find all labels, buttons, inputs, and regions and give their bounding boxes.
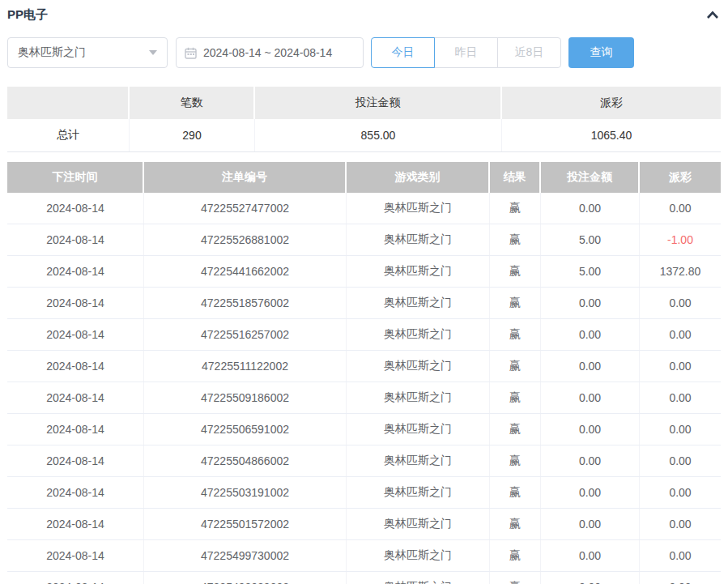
table-row: 2024-08-1447225441662002奥林匹斯之门赢5.001372.… xyxy=(7,256,721,288)
column-header: 派彩 xyxy=(640,162,721,193)
table-cell: 奥林匹斯之门 xyxy=(347,382,490,413)
table-cell: 0.00 xyxy=(541,445,640,476)
game-select-value: 奥林匹斯之门 xyxy=(18,45,86,60)
column-header xyxy=(7,87,130,119)
summary-total-label: 总计 xyxy=(7,119,130,151)
game-select[interactable]: 奥林匹斯之门 xyxy=(7,37,168,68)
table-cell: 赢 xyxy=(490,540,541,571)
table-cell: 赢 xyxy=(490,477,541,508)
table-cell: 0.00 xyxy=(640,351,721,382)
table-cell: 赢 xyxy=(490,572,541,584)
table-cell: 0.00 xyxy=(640,193,721,224)
table-cell: 2024-08-14 xyxy=(7,509,144,539)
table-cell: 2024-08-14 xyxy=(7,382,144,413)
table-cell: 0.00 xyxy=(640,540,721,571)
section-header: PP电子 xyxy=(7,0,721,23)
table-cell: 2024-08-14 xyxy=(7,445,144,476)
table-row: 2024-08-1447225503191002奥林匹斯之门赢0.000.00 xyxy=(7,477,721,509)
table-cell: 47225441662002 xyxy=(144,256,347,287)
table-cell: 0.00 xyxy=(541,319,640,350)
table-cell: 奥林匹斯之门 xyxy=(347,540,490,571)
table-cell: 2024-08-14 xyxy=(7,540,144,571)
table-cell: -1.00 xyxy=(640,224,721,255)
table-row: 2024-08-1447225518576002奥林匹斯之门赢0.000.00 xyxy=(7,288,721,319)
table-cell: 47225518576002 xyxy=(144,288,347,318)
table-cell: 奥林匹斯之门 xyxy=(347,414,490,445)
date-range-value: 2024-08-14 ~ 2024-08-14 xyxy=(203,46,332,59)
table-cell: 2024-08-14 xyxy=(7,414,144,445)
table-row: 2024-08-1447225526881002奥林匹斯之门赢5.00-1.00 xyxy=(7,224,721,256)
table-cell: 赢 xyxy=(490,382,541,413)
table-cell: 奥林匹斯之门 xyxy=(347,477,490,508)
table-cell: 0.00 xyxy=(541,414,640,445)
column-header: 结果 xyxy=(490,162,541,193)
caret-down-icon xyxy=(149,50,157,55)
column-header: 派彩 xyxy=(502,87,721,119)
table-cell: 0.00 xyxy=(640,572,721,584)
table-cell: 奥林匹斯之门 xyxy=(347,351,490,382)
table-cell: 奥林匹斯之门 xyxy=(347,572,490,584)
table-row: 2024-08-1447225509186002奥林匹斯之门赢0.000.00 xyxy=(7,382,721,414)
date-range-input[interactable]: 2024-08-14 ~ 2024-08-14 xyxy=(176,37,364,68)
table-cell: 0.00 xyxy=(640,445,721,476)
table-cell: 奥林匹斯之门 xyxy=(347,193,490,224)
table-cell: 赢 xyxy=(490,351,541,382)
today-button[interactable]: 今日 xyxy=(371,37,435,68)
table-cell: 47225504866002 xyxy=(144,445,347,476)
table-cell: 1372.80 xyxy=(640,256,721,287)
table-row: 2024-08-1447225499730002奥林匹斯之门赢0.000.00 xyxy=(7,540,721,572)
table-cell: 0.00 xyxy=(541,477,640,508)
table-row: 2024-08-1447225527477002奥林匹斯之门赢0.000.00 xyxy=(7,193,721,224)
summary-total-row: 总计 290 855.00 1065.40 xyxy=(7,119,721,152)
table-row: 2024-08-1447225501572002奥林匹斯之门赢0.000.00 xyxy=(7,509,721,540)
table-cell: 47225506591002 xyxy=(144,414,347,445)
last-8-days-button[interactable]: 近8日 xyxy=(497,37,561,68)
table-cell: 47225516257002 xyxy=(144,319,347,350)
table-row: 2024-08-1447225504866002奥林匹斯之门赢0.000.00 xyxy=(7,445,721,477)
table-cell: 赢 xyxy=(490,224,541,255)
table-cell: 0.00 xyxy=(541,572,640,584)
summary-table: 笔数投注金额派彩 总计 290 855.00 1065.40 xyxy=(7,87,721,152)
table-cell: 2024-08-14 xyxy=(7,572,144,584)
table-cell: 47225503191002 xyxy=(144,477,347,508)
yesterday-button[interactable]: 昨日 xyxy=(434,37,498,68)
page: PP电子 奥林匹斯之门 2024-08-14 ~ 2024-08-14 xyxy=(0,0,728,584)
table-cell: 2024-08-14 xyxy=(7,193,144,224)
table-row: 2024-08-1447225516257002奥林匹斯之门赢0.000.00 xyxy=(7,319,721,351)
table-cell: 0.00 xyxy=(640,382,721,413)
summary-count: 290 xyxy=(130,119,255,151)
search-button[interactable]: 查询 xyxy=(568,37,634,68)
table-cell: 0.00 xyxy=(541,509,640,539)
calendar-icon xyxy=(185,47,197,59)
table-cell: 47225509186002 xyxy=(144,382,347,413)
table-cell: 赢 xyxy=(490,414,541,445)
table-cell: 47225499730002 xyxy=(144,540,347,571)
table-cell: 奥林匹斯之门 xyxy=(347,224,490,255)
table-cell: 2024-08-14 xyxy=(7,319,144,350)
table-cell: 0.00 xyxy=(640,414,721,445)
summary-payout: 1065.40 xyxy=(502,119,721,151)
table-row: 2024-08-1447225511122002奥林匹斯之门赢0.000.00 xyxy=(7,351,721,382)
table-cell: 2024-08-14 xyxy=(7,224,144,255)
table-cell: 0.00 xyxy=(541,351,640,382)
bet-records-body: 2024-08-1447225527477002奥林匹斯之门赢0.000.002… xyxy=(7,193,721,584)
table-cell: 47225527477002 xyxy=(144,193,347,224)
column-header: 注单编号 xyxy=(144,162,347,193)
table-cell: 2024-08-14 xyxy=(7,256,144,287)
quick-range-group: 今日 昨日 近8日 xyxy=(371,37,561,68)
table-cell: 奥林匹斯之门 xyxy=(347,509,490,539)
table-cell: 赢 xyxy=(490,509,541,539)
table-cell: 5.00 xyxy=(541,256,640,287)
table-cell: 奥林匹斯之门 xyxy=(347,288,490,318)
table-cell: 0.00 xyxy=(541,193,640,224)
table-cell: 47225526881002 xyxy=(144,224,347,255)
collapse-section-button[interactable] xyxy=(705,8,721,21)
table-cell: 奥林匹斯之门 xyxy=(347,256,490,287)
table-cell: 2024-08-14 xyxy=(7,351,144,382)
table-cell: 47225498089002 xyxy=(144,572,347,584)
table-cell: 0.00 xyxy=(541,382,640,413)
table-cell: 奥林匹斯之门 xyxy=(347,445,490,476)
table-cell: 47225511122002 xyxy=(144,351,347,382)
chevron-up-icon xyxy=(706,11,719,19)
table-cell: 0.00 xyxy=(640,288,721,318)
